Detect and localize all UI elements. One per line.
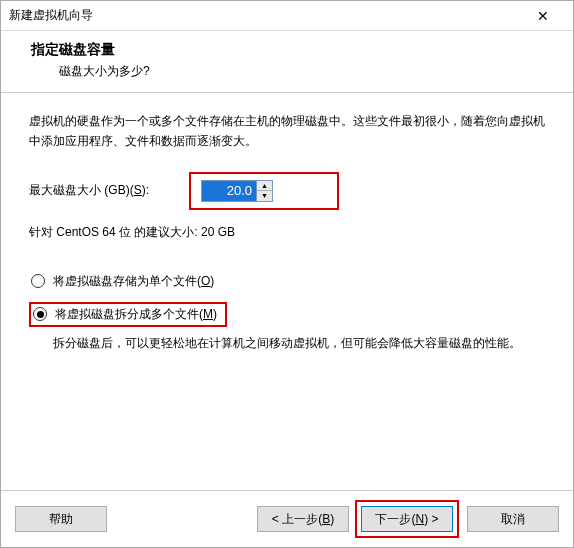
wizard-header: 指定磁盘容量 磁盘大小为多少? bbox=[1, 31, 573, 93]
disk-size-spinner: ▲ ▼ bbox=[201, 180, 273, 202]
radio-icon bbox=[33, 307, 47, 321]
disk-size-input[interactable] bbox=[202, 181, 256, 201]
radio-icon bbox=[31, 274, 45, 288]
page-subtitle: 磁盘大小为多少? bbox=[59, 63, 557, 80]
next-button[interactable]: 下一步(N) > bbox=[361, 506, 453, 532]
help-button[interactable]: 帮助 bbox=[15, 506, 107, 532]
wizard-footer: 帮助 < 上一步(B) 下一步(N) > 取消 bbox=[1, 490, 573, 547]
window-title: 新建虚拟机向导 bbox=[9, 7, 93, 24]
radio-single-file-label: 将虚拟磁盘存储为单个文件(O) bbox=[53, 273, 214, 290]
spinner-buttons: ▲ ▼ bbox=[256, 181, 272, 201]
spinner-down-icon[interactable]: ▼ bbox=[257, 191, 272, 201]
spinner-up-icon[interactable]: ▲ bbox=[257, 181, 272, 192]
cancel-button[interactable]: 取消 bbox=[467, 506, 559, 532]
recommended-size-text: 针对 CentOS 64 位 的建议大小: 20 GB bbox=[29, 224, 545, 241]
page-title: 指定磁盘容量 bbox=[31, 41, 557, 59]
radio-split-files-label: 将虚拟磁盘拆分成多个文件(M) bbox=[55, 306, 217, 323]
wizard-content: 虚拟机的硬盘作为一个或多个文件存储在主机的物理磁盘中。这些文件最初很小，随着您向… bbox=[1, 93, 573, 363]
disk-size-highlight: ▲ ▼ bbox=[189, 172, 339, 210]
disk-size-row: 最大磁盘大小 (GB)(S): ▲ ▼ bbox=[29, 172, 545, 210]
next-button-highlight: 下一步(N) > bbox=[355, 500, 459, 538]
wizard-window: 新建虚拟机向导 ✕ 指定磁盘容量 磁盘大小为多少? 虚拟机的硬盘作为一个或多个文… bbox=[0, 0, 574, 548]
titlebar: 新建虚拟机向导 ✕ bbox=[1, 1, 573, 31]
radio-single-file[interactable]: 将虚拟磁盘存储为单个文件(O) bbox=[29, 269, 545, 294]
disk-size-label: 最大磁盘大小 (GB)(S): bbox=[29, 182, 149, 199]
close-icon[interactable]: ✕ bbox=[523, 8, 563, 24]
description-text: 虚拟机的硬盘作为一个或多个文件存储在主机的物理磁盘中。这些文件最初很小，随着您向… bbox=[29, 111, 545, 152]
disk-storage-radio-group: 将虚拟磁盘存储为单个文件(O) 将虚拟磁盘拆分成多个文件(M) 拆分磁盘后，可以… bbox=[29, 269, 545, 353]
radio-split-description: 拆分磁盘后，可以更轻松地在计算机之间移动虚拟机，但可能会降低大容量磁盘的性能。 bbox=[53, 333, 545, 353]
back-button[interactable]: < 上一步(B) bbox=[257, 506, 349, 532]
radio-split-files[interactable]: 将虚拟磁盘拆分成多个文件(M) bbox=[29, 302, 227, 327]
